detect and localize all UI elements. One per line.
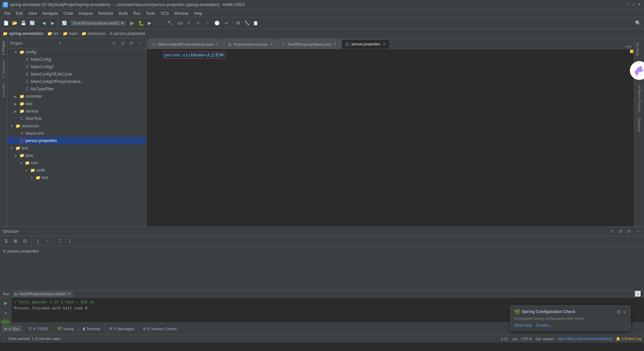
locate-file-button[interactable]: ⊙: [111, 40, 117, 47]
url-text[interactable]: https://blog.csdn.net/sucfranaerkang: [558, 337, 612, 341]
bottom-terminal-button[interactable]: ▮ Terminal: [80, 325, 103, 332]
search-everywhere-button[interactable]: 🔍: [634, 19, 642, 27]
structure-settings-button[interactable]: ⚙: [626, 228, 633, 235]
git-check-button[interactable]: ✓: [185, 19, 193, 27]
tree-item-mytypefilter[interactable]: C MyTypeFilter: [7, 85, 146, 93]
tab-mainconfig[interactable]: C MainConfigOfPropertyValues.java ✕: [148, 39, 223, 49]
git-branch-indicator[interactable]: Git: master: [536, 337, 554, 341]
sort-alpha-button[interactable]: ⇅: [2, 237, 10, 245]
visibility-button[interactable]: |: [34, 237, 42, 245]
stop-button[interactable]: ⬛: [157, 19, 165, 27]
menu-file[interactable]: File: [1, 10, 13, 16]
autoscroll2-button[interactable]: ⤵: [66, 237, 74, 245]
tab-mainconfig-close[interactable]: ✕: [215, 42, 219, 47]
sidebar-structure-label[interactable]: 2: Structure: [1, 58, 6, 81]
minimize-button[interactable]: ─: [626, 2, 631, 7]
menu-window[interactable]: Window: [171, 10, 191, 16]
settings-button[interactable]: ⚙: [234, 19, 242, 27]
structure-close-button[interactable]: ─: [635, 228, 641, 235]
tree-item-dao[interactable]: ▶ 📁 dao: [7, 100, 146, 107]
tree-item-mainconfig-lifecycle[interactable]: C MainConfigOfLifeCycle: [7, 71, 146, 78]
tree-item-mainconfig[interactable]: C MainConfig: [7, 56, 146, 63]
event-log-indicator[interactable]: 🔔 1 Event Log: [616, 337, 641, 341]
tab-testofproperty-close[interactable]: ✕: [333, 42, 337, 47]
tab-more-button[interactable]: ≫ 6: [623, 44, 634, 49]
tree-item-controller[interactable]: ▶ 📁 controller: [7, 93, 146, 100]
bottom-run-button[interactable]: ▶ 4: Run: [2, 325, 22, 332]
tree-item-test[interactable]: ▼ 📁 test: [7, 144, 146, 152]
structure-sort-button[interactable]: ≡: [608, 228, 615, 235]
menu-help[interactable]: Help: [191, 10, 205, 16]
notification-settings-icon[interactable]: ⚙: [616, 309, 621, 314]
external-tools-button[interactable]: 🔧: [243, 19, 251, 27]
breadcrumb-file[interactable]: ⚙ person.properties: [109, 31, 145, 36]
tree-item-config[interactable]: ▼ 📁 config: [7, 48, 146, 56]
expand-button[interactable]: ⊡: [21, 237, 29, 245]
git-history-button[interactable]: 🕐: [213, 19, 221, 27]
panel-settings-button[interactable]: ⚙: [128, 40, 135, 47]
breadcrumb-src[interactable]: 📁 src: [47, 31, 59, 36]
refresh-button[interactable]: 🔃: [60, 19, 68, 27]
run-config-tab[interactable]: ▶ TestOfPropertyValues.test01 ✕: [12, 291, 73, 297]
position-indicator[interactable]: 1:21: [501, 337, 508, 341]
tree-item-test-sub[interactable]: ▼ 📁 test: [7, 174, 146, 181]
sidebar-favorites-label[interactable]: Favorites: [1, 81, 6, 100]
tree-item-person-properties[interactable]: ⚙ person.properties: [7, 137, 146, 144]
breadcrumb-resources[interactable]: 📁 resources: [82, 31, 105, 36]
menu-refactor[interactable]: Refactor: [96, 10, 116, 16]
tree-item-java[interactable]: ▼ 📁 java: [7, 152, 146, 159]
sidebar-project-label[interactable]: 1: Project: [1, 38, 6, 58]
run-config-selector[interactable]: TestOfPropertyValues.test01 ▼: [70, 20, 126, 26]
git-revert-button[interactable]: ↩: [222, 19, 230, 27]
breadcrumb-main[interactable]: 📁 main: [63, 31, 77, 36]
maximize-button[interactable]: □: [631, 2, 636, 7]
sort-visibility-button[interactable]: ⊞: [11, 237, 19, 245]
breadcrumb-project[interactable]: spring-annotation: [9, 31, 43, 36]
menu-analyze[interactable]: Analyze: [76, 10, 96, 16]
tab-testofproperty[interactable]: C TestOfPropertyValues.java ✕: [278, 39, 341, 49]
tree-item-service[interactable]: ▶ 📁 service: [7, 107, 146, 115]
run-settings-button[interactable]: ⚙: [635, 291, 641, 297]
notification-expand-icon[interactable]: ∨: [623, 309, 626, 314]
bottom-todo-button[interactable]: ☑ 6: TODO: [26, 325, 51, 332]
inherited-button[interactable]: ↑: [43, 237, 51, 245]
save-button[interactable]: 💾: [19, 19, 28, 27]
maven-label[interactable]: m Maven Projects: [636, 83, 642, 115]
bottom-messages-button[interactable]: ✉ 0: Messages: [106, 325, 137, 332]
close-button[interactable]: ✕: [637, 2, 641, 7]
panel-close-button[interactable]: ─: [137, 40, 144, 47]
new-file-button[interactable]: 📄: [2, 19, 10, 27]
menu-run[interactable]: Run: [130, 10, 143, 16]
sync-button[interactable]: 🔄: [28, 19, 36, 27]
tree-item-wolfx[interactable]: ▼ 📁 wolfx: [7, 167, 146, 174]
forward-button[interactable]: ▶: [49, 19, 57, 27]
bottom-vcs-button[interactable]: ⑆ 9: Version Control: [141, 326, 179, 332]
tree-item-mainconfig-property[interactable]: C MainConfigOfPropertyValue...: [7, 78, 146, 85]
menu-navigate[interactable]: Navigate: [40, 10, 61, 16]
structure-item-props[interactable]: ⚙ person.properties: [3, 248, 641, 255]
back-button[interactable]: ◀: [40, 19, 48, 27]
menu-edit[interactable]: Edit: [13, 10, 25, 16]
terminal-button[interactable]: 📋: [252, 19, 260, 27]
collapse-all-button[interactable]: ⊟: [119, 40, 126, 47]
ant-build-label[interactable]: Ant Build: [634, 40, 641, 58]
autoscroll-button[interactable]: ⤴: [56, 237, 64, 245]
menu-code[interactable]: Code: [61, 10, 76, 16]
git-push-button[interactable]: ✓: [194, 19, 202, 27]
bottom-spring-button[interactable]: 🌿 Spring: [54, 325, 76, 332]
tree-item-maintest[interactable]: C MainTest: [7, 115, 146, 122]
tab-personprops-close[interactable]: ✕: [382, 42, 386, 47]
build-button[interactable]: 🔨: [166, 19, 174, 27]
tree-item-com[interactable]: ▼ 📁 com: [7, 159, 146, 167]
tree-item-resources[interactable]: ▼ 📁 resources: [7, 122, 146, 130]
tab-propertysource-close[interactable]: ✕: [269, 42, 273, 47]
tab-propertysource[interactable]: @ PropertySource.java ✕: [224, 39, 277, 49]
menu-view[interactable]: View: [25, 10, 40, 16]
run-tab-close[interactable]: ✕: [67, 292, 70, 296]
disable-link[interactable]: Disable...: [536, 323, 551, 327]
menu-tools[interactable]: Tools: [143, 10, 158, 16]
open-button[interactable]: 📂: [11, 19, 19, 27]
structure-sort2-button[interactable]: ≣: [617, 228, 624, 235]
run-with-coverage-button[interactable]: ▶: [146, 19, 154, 27]
tree-item-mainconfig2[interactable]: C MainConfig2: [7, 63, 146, 71]
